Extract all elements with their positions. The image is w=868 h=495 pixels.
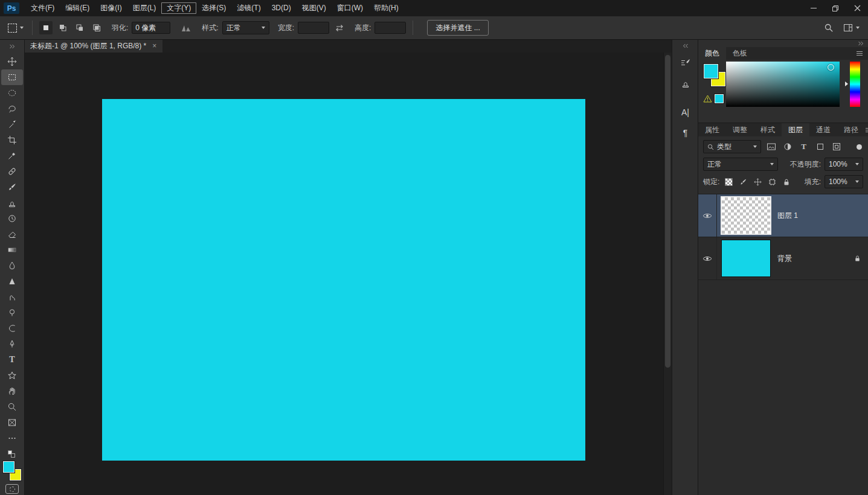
color-panel-menu-button[interactable]: [856, 47, 868, 60]
smudge-tool[interactable]: [1, 289, 23, 305]
sharpen-tool[interactable]: [1, 273, 23, 289]
default-colors-icon[interactable]: [7, 450, 17, 458]
lock-artboard-nesting-button[interactable]: [767, 177, 777, 187]
tab-channels[interactable]: 通道: [809, 123, 837, 136]
layer-row-background[interactable]: 背景: [698, 237, 868, 280]
collapse-panels-button[interactable]: [698, 39, 868, 47]
layers-panel-menu-button[interactable]: [865, 123, 868, 136]
character-panel-icon[interactable]: A|: [675, 104, 696, 121]
menu-layer[interactable]: 图层(L): [127, 0, 162, 16]
height-input[interactable]: [375, 22, 406, 34]
workspace-switcher[interactable]: [843, 24, 860, 32]
feather-input[interactable]: [132, 22, 170, 34]
menu-3d[interactable]: 3D(D): [266, 0, 297, 16]
saturation-brightness-field[interactable]: [726, 62, 840, 107]
color-picker-indicator[interactable]: [828, 64, 834, 71]
lasso-tool[interactable]: [1, 101, 23, 117]
magic-wand-tool[interactable]: [1, 117, 23, 132]
gamut-safe-color-swatch[interactable]: [715, 94, 724, 103]
history-brush-tool[interactable]: [1, 211, 23, 226]
width-input[interactable]: [298, 22, 329, 34]
brush-tool[interactable]: [1, 179, 23, 195]
gamut-warning-icon[interactable]: [703, 95, 712, 103]
lock-image-pixels-button[interactable]: [738, 177, 748, 187]
tool-preset-picker[interactable]: [6, 21, 25, 35]
zoom-tool[interactable]: [1, 399, 23, 415]
move-tool[interactable]: [1, 54, 23, 69]
edit-toolbar-button[interactable]: [1, 430, 23, 446]
style-select[interactable]: 正常: [222, 21, 269, 34]
filter-adjustment-layers-button[interactable]: [781, 141, 794, 153]
lock-position-button[interactable]: [752, 177, 763, 187]
search-icon[interactable]: [824, 23, 834, 33]
dodge-tool[interactable]: [1, 305, 23, 321]
document-canvas[interactable]: [102, 99, 585, 461]
custom-shape-tool[interactable]: [1, 368, 23, 383]
foreground-color-swatch[interactable]: [704, 64, 718, 78]
gradient-tool[interactable]: [1, 242, 23, 258]
tab-adjustments[interactable]: 调整: [726, 123, 754, 136]
frame-tool[interactable]: [1, 415, 23, 430]
crop-tool[interactable]: [1, 132, 23, 148]
filter-type-layers-button[interactable]: T: [797, 141, 810, 153]
toolbar-expand-button[interactable]: [0, 39, 24, 54]
brush-settings-panel-icon[interactable]: [675, 54, 696, 71]
layer-thumbnail[interactable]: [722, 240, 770, 276]
add-to-selection-button[interactable]: [56, 21, 69, 34]
lock-all-button[interactable]: [781, 177, 792, 187]
pen-tool[interactable]: [1, 336, 23, 352]
clone-stamp-tool[interactable]: [1, 195, 23, 211]
swap-dimensions-button[interactable]: [333, 21, 346, 35]
tab-swatches[interactable]: 色板: [726, 47, 754, 60]
menu-filter[interactable]: 滤镜(T): [231, 0, 266, 16]
vertical-scrollbar[interactable]: [663, 53, 672, 495]
tab-layers[interactable]: 图层: [782, 123, 809, 136]
spot-healing-brush-tool[interactable]: [1, 164, 23, 179]
menu-select[interactable]: 选择(S): [196, 0, 231, 16]
paragraph-panel-icon[interactable]: ¶: [675, 124, 696, 141]
menu-type[interactable]: 文字(Y): [161, 2, 196, 14]
filter-toggle-pin[interactable]: [857, 144, 862, 150]
hand-tool[interactable]: [1, 383, 23, 399]
layer-row-layer1[interactable]: 图层 1: [698, 194, 868, 237]
minimize-button[interactable]: [803, 0, 825, 16]
menu-window[interactable]: 窗口(W): [332, 0, 368, 16]
subtract-from-selection-button[interactable]: [73, 21, 86, 34]
intersect-selection-button[interactable]: [90, 21, 103, 34]
rectangular-marquee-tool[interactable]: [1, 69, 23, 85]
tab-properties[interactable]: 属性: [698, 123, 726, 136]
menu-edit[interactable]: 编辑(E): [60, 0, 95, 16]
menu-help[interactable]: 帮助(H): [368, 0, 404, 16]
select-and-mask-button[interactable]: 选择并遮住 ...: [427, 20, 488, 36]
restore-button[interactable]: [825, 0, 846, 16]
filter-shape-layers-button[interactable]: [814, 141, 826, 153]
blend-mode-select[interactable]: 正常: [703, 158, 778, 171]
burn-tool[interactable]: [1, 321, 23, 336]
tab-paths[interactable]: 路径: [837, 123, 865, 136]
tab-styles[interactable]: 样式: [754, 123, 782, 136]
lock-transparent-pixels-button[interactable]: [723, 177, 734, 187]
menu-view[interactable]: 视图(V): [297, 0, 332, 16]
elliptical-marquee-tool[interactable]: [1, 85, 23, 101]
expand-panels-button[interactable]: [672, 39, 698, 53]
filter-smart-objects-button[interactable]: [830, 141, 843, 153]
fill-select[interactable]: 100%: [825, 175, 863, 188]
new-selection-button[interactable]: [39, 21, 53, 34]
menu-image[interactable]: 图像(I): [95, 0, 127, 16]
tab-close-icon[interactable]: ×: [152, 42, 156, 50]
visibility-toggle[interactable]: [698, 194, 717, 237]
clone-source-panel-icon[interactable]: [675, 75, 696, 92]
close-button[interactable]: [846, 0, 868, 16]
visibility-toggle[interactable]: [698, 237, 717, 279]
opacity-select[interactable]: 100%: [825, 158, 863, 171]
eyedropper-tool[interactable]: [1, 148, 23, 164]
scrollbar-thumb[interactable]: [665, 55, 670, 368]
type-tool[interactable]: T: [1, 352, 23, 368]
tab-color[interactable]: 颜色: [698, 47, 726, 60]
document-tab[interactable]: 未标题-1 @ 100% (图层 1, RGB/8) * ×: [24, 39, 162, 53]
filter-pixel-layers-button[interactable]: [765, 141, 777, 153]
blur-tool[interactable]: [1, 258, 23, 273]
eraser-tool[interactable]: [1, 226, 23, 242]
layer-thumbnail[interactable]: [722, 197, 770, 234]
filter-type-select[interactable]: 类型: [703, 140, 761, 153]
